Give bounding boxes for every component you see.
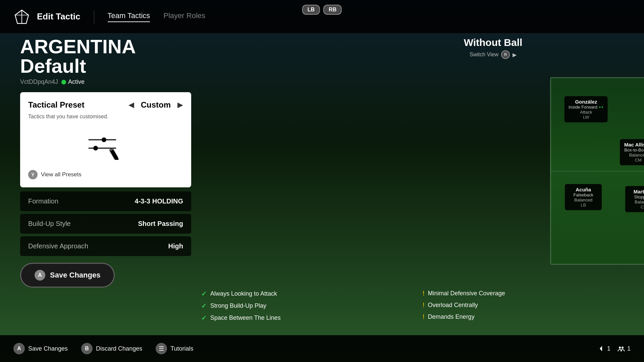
tactic-name: ARGENTINA Default (20, 37, 191, 76)
rb-button[interactable]: RB (323, 5, 342, 15)
bottom-b-button: B (81, 343, 93, 354)
switch-view-label: Switch View (470, 52, 498, 58)
tactic-positive-1: Always Looking to Attack (210, 290, 277, 297)
player-card-gonzalez[interactable]: González Inside Forward ++ Attack LW (565, 96, 608, 122)
buildup-setting[interactable]: Build-Up Style Short Passing (20, 214, 191, 234)
svg-point-12 (622, 347, 624, 349)
tactic-item-2: ✓ Strong Build-Up Play (201, 302, 409, 310)
bottom-discard-label: Discard Changes (96, 345, 142, 352)
tactic-subtitle: VctDDpqAn4J Active (20, 78, 191, 85)
nav-left-icon (597, 345, 605, 353)
buildup-label: Build-Up Style (28, 220, 71, 228)
header-divider (94, 10, 94, 23)
bottom-count-1: 1 (597, 345, 610, 353)
preset-footer: Y View all Presets (28, 170, 183, 179)
tactic-negative-3: Demands Energy (428, 313, 475, 320)
right-section: Without Ball Switch View R ▶ González In… (356, 37, 631, 62)
bottom-bar: A Save Changes B Discard Changes ☰ Tutor… (0, 335, 644, 362)
y-button: Y (28, 170, 38, 179)
preset-description: Tactics that you have customised. (28, 114, 183, 120)
a-button-icon: A (35, 270, 45, 281)
preset-name: Custom (141, 100, 171, 110)
bottom-save-button[interactable]: A Save Changes (13, 343, 68, 354)
header-title: Edit Tactic (37, 11, 80, 22)
defensive-setting[interactable]: Defensive Approach High (20, 236, 191, 256)
tactic-id: VctDDpqAn4J (20, 78, 58, 85)
field-center-line (550, 171, 644, 171)
bottom-save-label: Save Changes (28, 345, 68, 352)
formation-field: González Inside Forward ++ Attack LW Mar… (550, 77, 644, 265)
left-panel: ARGENTINA Default VctDDpqAn4J Active Tac… (20, 37, 191, 288)
svg-point-4 (102, 137, 106, 142)
active-label: Active (68, 78, 85, 85)
tactics-info: ✓ Always Looking to Attack ✓ Strong Buil… (201, 290, 631, 322)
bottom-tutorials-button[interactable]: ☰ Tutorials (156, 343, 193, 354)
active-badge: Active (61, 78, 85, 85)
tab-team-tactics[interactable]: Team Tactics (108, 11, 150, 22)
tactics-positives: ✓ Always Looking to Attack ✓ Strong Buil… (201, 290, 409, 322)
preset-prev-button[interactable]: ◀ (128, 101, 134, 109)
preset-icon (28, 126, 183, 167)
svg-marker-10 (600, 346, 602, 351)
player-card-martinez-cb-left[interactable]: Martínez Stopper + Balanced CB (625, 186, 644, 212)
player-card-macallister[interactable]: Mac Allister Box-to-Box ++ Balanced CM (620, 139, 644, 165)
formation-label: Formation (28, 197, 58, 205)
header: LB RB Edit Tactic Team Tactics Player Ro… (0, 0, 644, 34)
switch-view-control[interactable]: Switch View R ▶ (356, 50, 631, 59)
defensive-label: Defensive Approach (28, 242, 88, 250)
preset-next-button[interactable]: ▶ (177, 101, 183, 109)
tactic-negative-1: Minimal Defensive Coverage (428, 290, 505, 297)
formation-setting[interactable]: Formation 4-3-3 HOLDING (20, 191, 191, 211)
tactic-item-3: ✓ Space Between The Lines (201, 314, 409, 322)
r-button: R (501, 50, 510, 59)
preset-header: Tactical Preset ◀ Custom ▶ (28, 100, 183, 110)
bottom-right-counts: 1 1 (597, 345, 631, 353)
tactic-positive-2: Strong Build-Up Play (210, 302, 266, 309)
controller-top-buttons: LB RB (302, 5, 342, 15)
buildup-value: Short Passing (138, 220, 183, 228)
save-changes-label: Save Changes (50, 271, 100, 280)
bottom-menu-icon: ☰ (156, 343, 167, 354)
formation-value: 4-3-3 HOLDING (135, 197, 183, 205)
view-title: Without Ball (356, 37, 631, 48)
count-2-value: 1 (627, 345, 631, 352)
lb-button[interactable]: LB (302, 5, 320, 15)
bottom-count-2: 1 (617, 345, 631, 353)
view-all-presets-label[interactable]: View all Presets (41, 171, 82, 178)
bottom-a-button: A (13, 343, 25, 354)
active-indicator (61, 80, 66, 84)
svg-point-6 (93, 146, 98, 150)
tactic-negative-2: Overload Centrally (428, 302, 478, 309)
header-nav: Team Tactics Player Roles (108, 11, 205, 22)
app-logo (13, 8, 30, 25)
bottom-tutorials-label: Tutorials (170, 345, 193, 352)
save-changes-button[interactable]: A Save Changes (20, 263, 115, 288)
bottom-discard-button[interactable]: B Discard Changes (81, 343, 142, 354)
tactic-positive-3: Space Between The Lines (210, 314, 281, 321)
preset-title: Tactical Preset (28, 100, 85, 110)
tactics-negatives: ! Minimal Defensive Coverage ! Overload … (423, 290, 631, 322)
preset-navigation: ◀ Custom ▶ (128, 100, 183, 110)
defensive-value: High (168, 242, 183, 250)
count-1-value: 1 (607, 345, 610, 352)
users-icon (617, 345, 625, 353)
tactic-item-4: ! Minimal Defensive Coverage (423, 290, 631, 297)
tactic-item-6: ! Demands Energy (423, 313, 631, 321)
tab-player-roles[interactable]: Player Roles (163, 11, 205, 22)
tactic-item-1: ✓ Always Looking to Attack (201, 290, 409, 298)
svg-point-11 (619, 347, 621, 349)
tactical-preset-card: Tactical Preset ◀ Custom ▶ Tactics that … (20, 92, 191, 187)
player-card-acuna[interactable]: Acuña Falseback Balanced LB (565, 184, 602, 210)
tactic-item-5: ! Overload Centrally (423, 301, 631, 309)
